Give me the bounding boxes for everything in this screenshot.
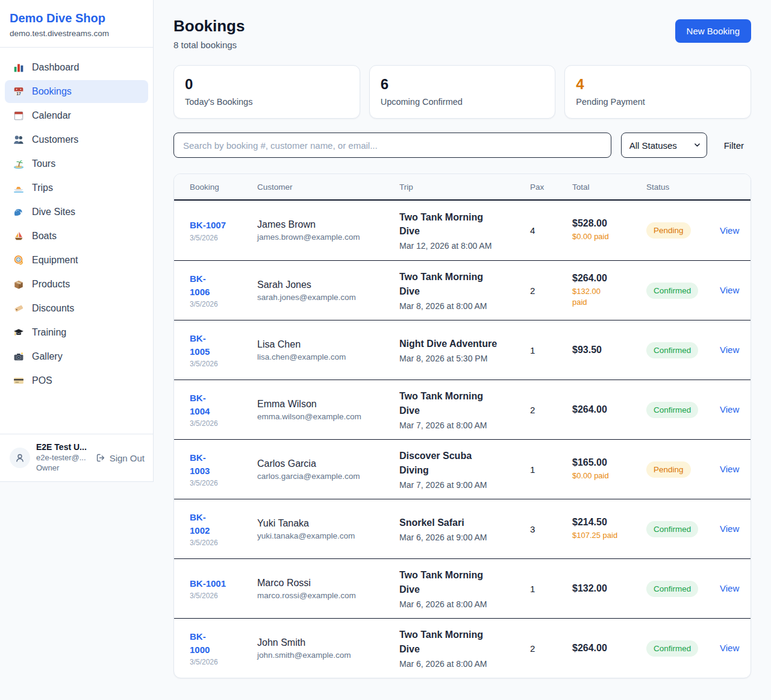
customer-email: emma.wilson@example.com [257, 412, 393, 421]
sidebar-item-dive-sites[interactable]: Dive Sites [5, 201, 148, 223]
stat-value: 6 [381, 76, 545, 93]
total-cell: $93.50 [572, 345, 646, 355]
booking-link[interactable]: BK-1006 [190, 272, 217, 299]
total-cell: $264.00 $132.00 paid [572, 273, 646, 308]
column-header-actions [720, 179, 751, 195]
view-link[interactable]: View [720, 583, 739, 593]
view-link[interactable]: View [720, 464, 739, 474]
paid-amount: $132.00 paid [572, 286, 610, 308]
search-input[interactable] [173, 133, 611, 158]
customer-email: sarah.jones@example.com [257, 293, 393, 302]
package-icon [13, 279, 24, 290]
sidebar-item-calendar[interactable]: Calendar [5, 104, 148, 127]
view-link[interactable]: View [720, 285, 739, 295]
total-cell: $528.00 $0.00 paid [572, 218, 646, 242]
new-booking-button[interactable]: New Booking [675, 19, 751, 43]
sidebar-nav: Dashboard 17 Bookings Calendar Customers… [0, 48, 153, 434]
sidebar-item-customers[interactable]: Customers [5, 128, 148, 151]
customer-cell: Carlos Garcia carlos.garcia@example.com [257, 458, 399, 481]
table-header: Booking Customer Trip Pax Total Status [174, 174, 751, 201]
stat-value: 4 [576, 76, 740, 93]
customer-cell: John Smith john.smith@example.com [257, 637, 399, 660]
sidebar-item-dashboard[interactable]: Dashboard [5, 56, 148, 79]
customer-name: Emma Wilson [257, 399, 393, 410]
booking-link[interactable]: BK-1002 [190, 511, 217, 537]
stat-label: Pending Payment [576, 97, 740, 107]
view-cell: View [720, 285, 751, 296]
sidebar-item-products[interactable]: Products [5, 273, 148, 296]
people-icon [13, 134, 24, 145]
sidebar-item-equipment[interactable]: Equipment [5, 249, 148, 272]
total-cell: $264.00 [572, 404, 646, 415]
sidebar-item-gallery[interactable]: Gallery [5, 345, 148, 368]
bookings-table: Booking Customer Trip Pax Total Status B… [173, 173, 751, 678]
status-cell: Confirmed [646, 342, 720, 358]
sign-out-button[interactable]: Sign Out [96, 453, 145, 463]
total-amount: $165.00 [572, 457, 640, 468]
trip-cell: Discover Scuba Diving Mar 7, 2026 at 9:0… [399, 449, 530, 489]
sidebar-item-pos[interactable]: POS [5, 369, 148, 392]
status-filter: All Statuses [621, 133, 707, 158]
customer-cell: Lisa Chen lisa.chen@example.com [257, 339, 399, 361]
status-filter-select[interactable]: All Statuses [621, 133, 707, 158]
trip-name: Two Tank Morning Dive [399, 628, 493, 655]
bar-chart-icon [13, 62, 24, 73]
sidebar-item-trips[interactable]: Trips [5, 177, 148, 199]
table-row: BK-1004 3/5/2026 Emma Wilson emma.wilson… [174, 380, 751, 439]
total-amount: $264.00 [572, 404, 640, 415]
trip-datetime: Mar 6, 2026 at 9:00 AM [399, 533, 524, 542]
trip-name: Snorkel Safari [399, 516, 524, 530]
booking-link[interactable]: BK-1001 [190, 577, 226, 590]
page-title: Bookings [173, 17, 245, 36]
sidebar-item-discounts[interactable]: Discounts [5, 297, 148, 320]
status-cell: Confirmed [646, 640, 720, 657]
booking-link[interactable]: BK-1007 [190, 219, 226, 232]
status-cell: Confirmed [646, 521, 720, 537]
stats-row: 0 Today's Bookings 6 Upcoming Confirmed … [173, 65, 751, 119]
customer-name: Carlos Garcia [257, 458, 393, 469]
shop-name: Demo Dive Shop [10, 11, 143, 25]
booking-link[interactable]: BK-1000 [190, 630, 217, 657]
sidebar-item-boats[interactable]: Boats [5, 225, 148, 248]
view-link[interactable]: View [720, 345, 739, 355]
customer-email: lisa.chen@example.com [257, 352, 393, 361]
status-badge: Pending [646, 461, 691, 478]
filter-button[interactable]: Filter [717, 140, 751, 151]
sidebar-item-tours[interactable]: Tours [5, 152, 148, 175]
sidebar-item-label: Trips [32, 183, 53, 193]
sidebar-item-label: Gallery [32, 351, 63, 362]
trip-cell: Two Tank Morning Dive Mar 6, 2026 at 8:0… [399, 628, 530, 668]
tag-icon [13, 303, 24, 314]
paid-amount: $0.00 paid [572, 231, 640, 242]
column-header-status: Status [646, 174, 720, 199]
wave-icon [13, 207, 24, 217]
customer-cell: Emma Wilson emma.wilson@example.com [257, 399, 399, 421]
view-link[interactable]: View [720, 523, 739, 534]
column-header-total: Total [572, 174, 646, 199]
booking-link[interactable]: BK-1005 [190, 332, 217, 358]
customer-name: Sarah Jones [257, 280, 393, 290]
page-header: Bookings 8 total bookings New Booking [173, 17, 751, 50]
total-amount: $528.00 [572, 218, 640, 229]
customer-name: Yuki Tanaka [257, 518, 393, 529]
sidebar-item-training[interactable]: Training [5, 321, 148, 344]
customer-email: yuki.tanaka@example.com [257, 531, 393, 540]
sidebar-header: Demo Dive Shop demo.test.divestreams.com [0, 0, 153, 48]
view-link[interactable]: View [720, 643, 739, 653]
customer-email: james.brown@example.com [257, 233, 393, 242]
sidebar-item-bookings[interactable]: 17 Bookings [5, 80, 148, 103]
column-header-customer: Customer [257, 174, 399, 199]
sidebar-item-label: Calendar [32, 110, 71, 121]
total-amount: $264.00 [572, 643, 640, 654]
sign-out-label: Sign Out [110, 453, 145, 463]
view-link[interactable]: View [720, 225, 739, 236]
booking-link[interactable]: BK-1004 [190, 392, 217, 418]
status-badge: Confirmed [646, 342, 698, 358]
booking-link[interactable]: BK-1003 [190, 451, 217, 478]
page-subtitle: 8 total bookings [173, 40, 245, 50]
view-link[interactable]: View [720, 404, 739, 414]
booking-cell: BK-1006 3/5/2026 [174, 272, 257, 309]
person-icon [14, 452, 25, 463]
credit-card-icon [13, 375, 24, 386]
sidebar-item-label: Dive Sites [32, 207, 75, 217]
